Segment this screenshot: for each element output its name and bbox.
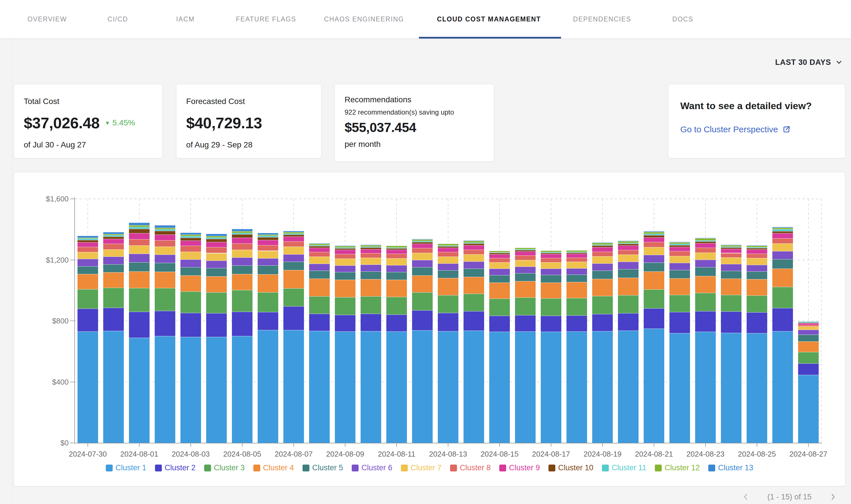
bar-segment-cluster-6-2024-08-16[interactable] (515, 267, 536, 273)
bar-segment-cluster-11-2024-08-03[interactable] (180, 236, 201, 237)
bar-segment-cluster-12-2024-08-09[interactable] (335, 246, 355, 248)
bar-segment-cluster-7-2024-08-27[interactable] (798, 326, 819, 330)
bar-segment-cluster-9-2024-08-01[interactable] (129, 233, 150, 239)
bar-segment-cluster-2-2024-08-26[interactable] (772, 308, 793, 331)
bar-segment-cluster-8-2024-08-07[interactable] (283, 241, 304, 247)
bar-segment-cluster-7-2024-08-10[interactable] (361, 258, 381, 265)
bar-segment-cluster-3-2024-08-23[interactable] (695, 293, 716, 311)
bar-segment-cluster-3-2024-08-27[interactable] (798, 352, 819, 364)
bar-segment-cluster-11-2024-08-09[interactable] (335, 248, 355, 248)
bar-segment-cluster-7-2024-08-05[interactable] (232, 250, 253, 257)
bar-segment-cluster-7-2024-08-26[interactable] (772, 244, 793, 251)
bar-segment-cluster-1-2024-08-04[interactable] (206, 337, 227, 443)
bar-segment-cluster-8-2024-08-01[interactable] (129, 239, 150, 246)
bar-segment-cluster-7-2024-08-20[interactable] (618, 255, 639, 262)
bar-segment-cluster-13-2024-08-20[interactable] (618, 240, 639, 241)
bar-segment-cluster-9-2024-08-25[interactable] (747, 249, 767, 253)
bar-segment-cluster-2-2024-08-23[interactable] (695, 311, 716, 332)
bar-segment-cluster-5-2024-08-05[interactable] (232, 266, 253, 274)
bar-segment-cluster-11-2024-08-08[interactable] (309, 245, 330, 246)
bar-segment-cluster-4-2024-08-17[interactable] (541, 283, 561, 299)
bar-segment-cluster-6-2024-08-03[interactable] (180, 259, 201, 267)
bar-segment-cluster-1-2024-08-14[interactable] (464, 330, 484, 443)
legend-item-cluster-7[interactable]: Cluster 7 (401, 464, 441, 472)
bar-segment-cluster-12-2024-08-26[interactable] (772, 228, 793, 229)
bar-segment-cluster-5-2024-08-12[interactable] (412, 267, 433, 275)
bar-segment-cluster-3-2024-08-05[interactable] (232, 290, 253, 312)
bar-segment-cluster-5-2024-08-27[interactable] (798, 335, 819, 341)
bar-segment-cluster-10-2024-08-05[interactable] (232, 234, 253, 238)
bar-segment-cluster-10-2024-08-10[interactable] (361, 248, 381, 249)
bar-segment-cluster-7-2024-08-06[interactable] (258, 251, 278, 258)
bar-segment-cluster-12-2024-08-24[interactable] (721, 245, 742, 247)
bar-segment-cluster-7-2024-08-17[interactable] (541, 262, 561, 269)
bar-segment-cluster-10-2024-08-03[interactable] (180, 238, 201, 241)
bar-segment-cluster-12-2024-08-12[interactable] (412, 239, 433, 241)
bar-segment-cluster-6-2024-08-20[interactable] (618, 262, 639, 269)
bar-segment-cluster-10-2024-08-12[interactable] (412, 242, 433, 244)
bar-segment-cluster-5-2024-08-13[interactable] (438, 270, 458, 278)
bar-segment-cluster-3-2024-08-22[interactable] (670, 295, 690, 312)
bar-segment-cluster-9-2024-08-10[interactable] (361, 249, 381, 253)
bar-segment-cluster-7-2024-08-15[interactable] (489, 262, 510, 269)
bar-segment-cluster-11-2024-07-30[interactable] (77, 238, 98, 240)
bar-segment-cluster-10-2024-08-17[interactable] (541, 253, 561, 254)
previous-page-button[interactable] (741, 492, 751, 502)
bar-segment-cluster-6-2024-08-01[interactable] (129, 254, 150, 262)
bar-segment-cluster-1-2024-08-05[interactable] (232, 336, 253, 443)
bar-segment-cluster-4-2024-08-21[interactable] (644, 271, 664, 289)
bar-segment-cluster-9-2024-08-17[interactable] (541, 254, 561, 258)
bar-segment-cluster-13-2024-08-14[interactable] (464, 240, 484, 241)
bar-segment-cluster-13-2024-08-13[interactable] (438, 244, 458, 244)
bar-segment-cluster-12-2024-08-23[interactable] (695, 238, 716, 240)
bar-segment-cluster-2-2024-08-08[interactable] (309, 314, 330, 331)
bar-segment-cluster-7-2024-08-21[interactable] (644, 247, 664, 255)
bar-segment-cluster-8-2024-08-21[interactable] (644, 242, 664, 247)
bar-segment-cluster-1-2024-08-19[interactable] (592, 331, 613, 443)
bar-segment-cluster-5-2024-08-04[interactable] (206, 268, 227, 276)
bar-segment-cluster-11-2024-08-06[interactable] (258, 236, 278, 237)
bar-segment-cluster-2-2024-08-22[interactable] (670, 312, 690, 333)
bar-segment-cluster-13-2024-08-10[interactable] (361, 245, 381, 245)
bar-segment-cluster-1-2024-08-12[interactable] (412, 330, 433, 443)
bar-segment-cluster-2-2024-08-07[interactable] (283, 306, 304, 330)
bar-segment-cluster-13-2024-08-08[interactable] (309, 243, 330, 244)
bar-segment-cluster-9-2024-08-04[interactable] (206, 242, 227, 247)
bar-segment-cluster-9-2024-08-06[interactable] (258, 240, 278, 245)
bar-segment-cluster-6-2024-08-17[interactable] (541, 269, 561, 275)
bar-segment-cluster-10-2024-08-07[interactable] (283, 235, 304, 237)
bar-segment-cluster-8-2024-08-04[interactable] (206, 247, 227, 253)
legend-item-cluster-1[interactable]: Cluster 1 (106, 464, 146, 472)
bar-segment-cluster-1-2024-08-20[interactable] (618, 330, 639, 443)
legend-item-cluster-5[interactable]: Cluster 5 (302, 464, 343, 472)
bar-segment-cluster-13-2024-08-12[interactable] (412, 239, 433, 239)
bar-segment-cluster-3-2024-08-10[interactable] (361, 296, 381, 314)
bar-segment-cluster-11-2024-08-02[interactable] (155, 229, 175, 231)
legend-item-cluster-12[interactable]: Cluster 12 (655, 464, 700, 472)
bar-segment-cluster-9-2024-08-27[interactable] (798, 323, 819, 325)
bar-segment-cluster-8-2024-07-30[interactable] (77, 247, 98, 252)
bar-segment-cluster-1-2024-08-21[interactable] (644, 328, 664, 443)
bar-segment-cluster-4-2024-08-02[interactable] (155, 272, 175, 288)
bar-segment-cluster-11-2024-08-10[interactable] (361, 247, 381, 248)
bar-segment-cluster-4-2024-07-31[interactable] (103, 272, 124, 288)
bar-segment-cluster-4-2024-08-23[interactable] (695, 276, 716, 293)
bar-segment-cluster-2-2024-08-17[interactable] (541, 316, 561, 332)
bar-segment-cluster-4-2024-08-20[interactable] (618, 278, 639, 295)
bar-segment-cluster-6-2024-08-11[interactable] (386, 265, 407, 272)
bar-segment-cluster-5-2024-08-15[interactable] (489, 275, 510, 283)
bar-segment-cluster-13-2024-08-11[interactable] (386, 246, 407, 246)
bar-segment-cluster-6-2024-08-14[interactable] (464, 262, 484, 269)
bar-segment-cluster-8-2024-08-02[interactable] (155, 240, 175, 247)
tab-dependencies[interactable]: DEPENDENCIES (573, 0, 631, 39)
bar-segment-cluster-12-2024-08-18[interactable] (567, 250, 587, 252)
bar-segment-cluster-11-2024-08-22[interactable] (670, 244, 690, 245)
bar-segment-cluster-13-2024-08-26[interactable] (772, 227, 793, 228)
bar-segment-cluster-10-2024-07-31[interactable] (103, 237, 124, 239)
bar-segment-cluster-1-2024-08-13[interactable] (438, 331, 458, 443)
bar-segment-cluster-13-2024-08-22[interactable] (670, 242, 690, 242)
bar-segment-cluster-8-2024-08-22[interactable] (670, 251, 690, 256)
bar-segment-cluster-6-2024-08-06[interactable] (258, 258, 278, 266)
bar-segment-cluster-10-2024-08-26[interactable] (772, 231, 793, 233)
bar-segment-cluster-3-2024-08-09[interactable] (335, 297, 355, 315)
